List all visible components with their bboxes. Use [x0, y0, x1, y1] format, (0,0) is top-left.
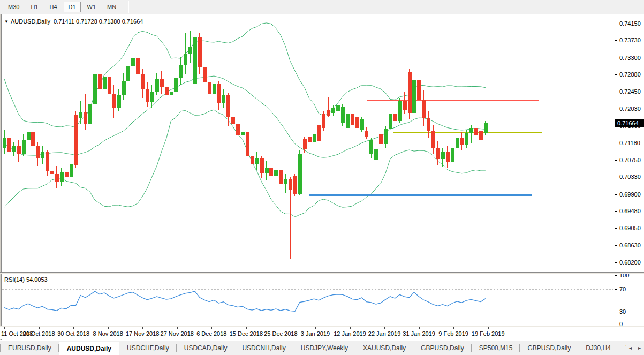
toolbar-separator — [128, 1, 128, 13]
rsi-axis-tick — [615, 324, 617, 324]
tab-gbpusd-daily[interactable]: GBPUSD,Daily — [413, 341, 472, 355]
price-axis-tick — [615, 40, 617, 41]
current-price-tag: 0.71664 — [615, 119, 644, 127]
rsi-axis-tick — [615, 275, 617, 276]
price-axis-label: 0.73300 — [619, 55, 644, 61]
timeframe-button-mn[interactable]: MN — [102, 2, 121, 12]
tab-eurusd-daily[interactable]: EURUSD,Daily — [1, 341, 59, 355]
price-axis-tick — [615, 194, 617, 195]
date-axis-tick — [142, 327, 143, 329]
price-axis-label: 0.72030 — [619, 105, 644, 112]
tab-usdjpy-weekly[interactable]: USDJPY,Weekly — [293, 341, 355, 355]
date-axis-tick — [453, 327, 454, 329]
date-axis-tick — [350, 327, 351, 329]
price-axis-label: 0.68630 — [619, 242, 644, 248]
price-axis-label: 0.70330 — [619, 173, 644, 180]
date-axis-label: 30 Oct 2018 — [57, 330, 89, 337]
price-axis-tick — [615, 160, 617, 161]
date-axis-tick — [108, 327, 109, 329]
date-axis-label: 15 Dec 2018 — [230, 330, 263, 337]
chart-title: ▼AUDUSD,Daily 0.71411 0.71728 0.71380 0.… — [4, 18, 143, 25]
price-axis-tick — [615, 143, 617, 143]
rsi-axis-label: 70 — [619, 286, 644, 292]
date-axis-label: 9 Feb 2019 — [438, 330, 468, 337]
price-axis-label: 0.72450 — [619, 88, 644, 95]
price-axis-tick — [615, 74, 617, 75]
price-axis-label: 0.69480 — [619, 208, 644, 214]
price-axis-label: 0.68200 — [619, 259, 644, 266]
date-axis-label: 12 Jan 2019 — [334, 330, 366, 337]
price-axis-tick — [615, 109, 617, 109]
price-axis-tick — [615, 92, 617, 92]
date-axis-tick — [384, 327, 385, 329]
rsi-indicator-label: RSI(14) 54.0053 — [4, 276, 48, 283]
tab-scroll-arrows: ◂ ▸ — [626, 341, 644, 354]
price-axis-tick — [615, 262, 617, 263]
date-axis-tick — [39, 327, 40, 329]
pane-splitter-bottom[interactable] — [0, 326, 644, 327]
chart-collapse-icon[interactable]: ▼ — [4, 19, 9, 24]
chart-ohlc-values: 0.71411 0.71728 0.71380 0.71664 — [54, 18, 143, 25]
date-axis-tick — [4, 327, 5, 329]
chart-tab-bar: EURUSD,DailyAUDUSD,DailyUSDCHF,DailyUSDC… — [0, 341, 644, 355]
tab-usdchf-daily[interactable]: USDCHF,Daily — [119, 341, 177, 355]
date-axis-label: 19 Feb 2019 — [472, 330, 505, 337]
date-axis-label: 3 Jan 2019 — [301, 330, 330, 337]
pane-splitter-top[interactable] — [0, 272, 644, 274]
tab-sp500-m15[interactable]: SP500,M15 — [472, 341, 520, 355]
tab-audusd-daily[interactable]: AUDUSD,Daily — [59, 342, 119, 355]
price-axis-tick — [615, 177, 617, 177]
price-axis-label: 0.69900 — [619, 191, 644, 198]
price-axis-tick — [615, 24, 617, 24]
date-axis-label: 6 Dec 2018 — [196, 330, 226, 337]
date-axis-tick — [246, 327, 247, 329]
date-axis[interactable]: 11 Oct 201820 Oct 201830 Oct 20188 Nov 2… — [0, 327, 644, 339]
rsi-line — [4, 291, 486, 311]
price-axis-tick — [615, 228, 617, 229]
timeframe-toolbar: M30H1H4D1W1MN — [0, 0, 644, 14]
date-axis-label: 17 Nov 2018 — [126, 330, 159, 337]
date-axis-tick — [488, 327, 489, 329]
price-axis-label: 0.74150 — [619, 20, 644, 27]
date-axis-tick — [73, 327, 74, 329]
price-axis-label: 0.72880 — [619, 71, 644, 78]
rsi-axis-label: 30 — [619, 308, 644, 315]
price-axis-tick — [615, 58, 617, 58]
tab-gbpusd-daily[interactable]: GBPUSD,Daily — [520, 341, 578, 355]
date-axis-label: 31 Jan 2019 — [403, 330, 435, 337]
chart-symbol-label: AUDUSD,Daily — [11, 18, 50, 25]
date-axis-label: 8 Nov 2018 — [93, 330, 123, 337]
timeframe-button-h4[interactable]: H4 — [44, 2, 62, 12]
rsi-axis-tick — [615, 289, 617, 290]
tab-scroll-left-icon[interactable]: ◂ — [629, 345, 632, 351]
date-axis-tick — [281, 327, 281, 329]
date-axis-tick — [419, 327, 420, 329]
price-axis-label: 0.69050 — [619, 225, 644, 231]
price-axis-tick — [615, 211, 617, 212]
candles-series — [3, 31, 488, 259]
tab-usdcad-daily[interactable]: USDCAD,Daily — [177, 341, 235, 355]
price-axis-label: 0.71180 — [619, 140, 644, 146]
date-axis-label: 20 Oct 2018 — [23, 330, 55, 337]
price-axis-label: 0.73730 — [619, 37, 644, 43]
timeframe-button-h1[interactable]: H1 — [26, 2, 43, 12]
date-axis-tick — [177, 327, 178, 329]
price-axis-tick — [615, 245, 617, 246]
price-axis-label: 0.70750 — [619, 157, 644, 163]
main-chart-canvas[interactable] — [0, 15, 615, 273]
timeframe-button-m30[interactable]: M30 — [3, 2, 24, 12]
tab-scroll-right-icon[interactable]: ▸ — [638, 345, 641, 351]
date-axis-label: 27 Nov 2018 — [161, 330, 194, 337]
tab-xauusd-daily[interactable]: XAUUSD,Daily — [355, 341, 413, 355]
date-axis-tick — [211, 327, 212, 329]
price-axis[interactable]: 0.741500.737300.733000.728800.724500.720… — [615, 15, 644, 327]
date-axis-label: 22 Jan 2019 — [368, 330, 401, 337]
date-axis-label: 25 Dec 2018 — [264, 330, 297, 337]
timeframe-button-d1[interactable]: D1 — [64, 2, 81, 12]
tab-dj30-h4[interactable]: DJ30,H4 — [578, 341, 618, 355]
rsi-axis-tick — [615, 312, 617, 312]
tab-usdcnh-daily[interactable]: USDCNH,Daily — [234, 341, 293, 355]
rsi-chart-canvas[interactable] — [0, 274, 615, 326]
date-axis-tick — [315, 327, 316, 329]
timeframe-button-w1[interactable]: W1 — [82, 2, 101, 12]
